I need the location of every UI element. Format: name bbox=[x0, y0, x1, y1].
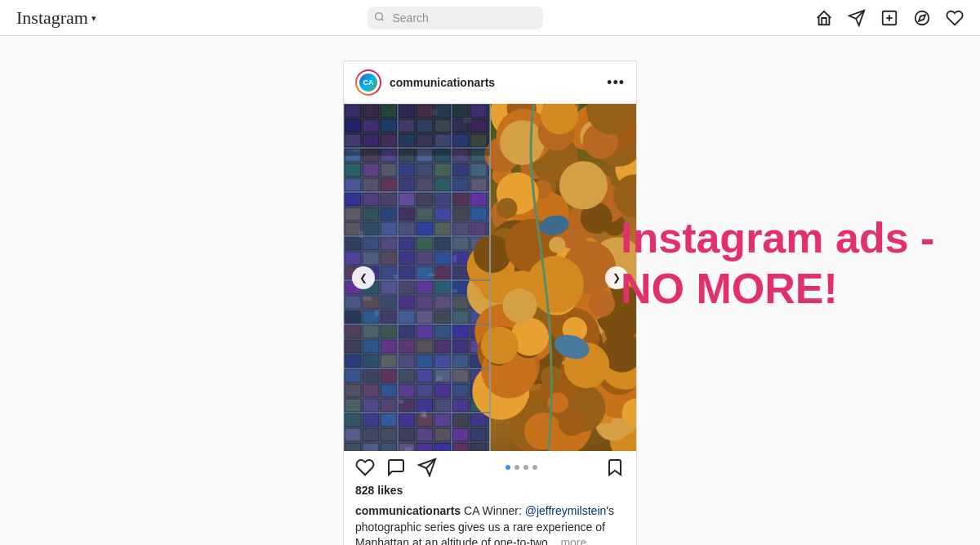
post-image: ❮ ❯ bbox=[344, 104, 636, 451]
main-content: CA communicationarts ••• ❮ ❯ bbox=[0, 0, 980, 545]
comment-button[interactable] bbox=[386, 458, 406, 477]
avatar-inner: CA bbox=[357, 71, 380, 94]
post-header: CA communicationarts ••• bbox=[344, 61, 636, 104]
post-card: CA communicationarts ••• ❮ ❯ bbox=[343, 60, 637, 545]
search-input[interactable] bbox=[368, 7, 543, 29]
header-left: Instagram ▾ bbox=[16, 7, 96, 29]
carousel-dots bbox=[506, 465, 537, 470]
share-button[interactable] bbox=[417, 458, 437, 477]
post-caption: communicationarts CA Winner: @jeffreymil… bbox=[344, 500, 636, 545]
post-more-button[interactable]: ••• bbox=[607, 75, 625, 90]
post-actions bbox=[344, 451, 636, 480]
caption-mention[interactable]: @jeffreymilstein bbox=[525, 504, 607, 517]
activity-icon[interactable] bbox=[946, 9, 964, 27]
post-image-canvas bbox=[344, 104, 636, 451]
caption-text: CA Winner: bbox=[461, 504, 525, 517]
home-icon[interactable] bbox=[815, 9, 833, 27]
post-username[interactable]: communicationarts bbox=[390, 76, 495, 89]
dot-2 bbox=[514, 465, 519, 470]
carousel-next-button[interactable]: ❯ bbox=[605, 266, 628, 289]
search-container bbox=[368, 7, 543, 29]
header: Instagram ▾ bbox=[0, 0, 980, 36]
post-header-left: CA communicationarts bbox=[355, 69, 495, 96]
avatar[interactable]: CA bbox=[355, 69, 381, 96]
new-post-icon[interactable] bbox=[880, 9, 898, 27]
nav-icons bbox=[815, 9, 964, 27]
carousel-prev-button[interactable]: ❮ bbox=[352, 266, 375, 289]
explore-icon[interactable] bbox=[913, 9, 931, 27]
svg-point-5 bbox=[915, 11, 929, 25]
dot-1 bbox=[506, 465, 510, 470]
bookmark-button[interactable] bbox=[605, 458, 625, 477]
direct-messages-icon[interactable] bbox=[848, 9, 866, 27]
caption-username[interactable]: communicationarts bbox=[355, 504, 461, 517]
post-actions-left bbox=[355, 458, 437, 477]
caption-more-link[interactable]: more bbox=[558, 536, 587, 545]
feed-column: CA communicationarts ••• ❮ ❯ bbox=[343, 60, 637, 545]
like-button[interactable] bbox=[355, 458, 375, 477]
logo-chevron-icon[interactable]: ▾ bbox=[91, 13, 96, 24]
dot-3 bbox=[523, 465, 528, 470]
dot-4 bbox=[532, 465, 537, 470]
avatar-logo: CA bbox=[359, 74, 377, 92]
post-likes: 828 likes bbox=[344, 480, 636, 500]
instagram-logo[interactable]: Instagram bbox=[16, 7, 88, 29]
